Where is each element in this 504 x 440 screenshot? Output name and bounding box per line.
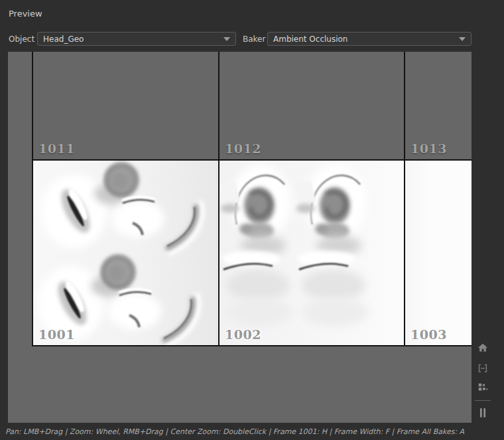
home-icon bbox=[477, 342, 489, 354]
status-text: Pan: LMB+Drag | Zoom: Wheel, RMB+Drag | … bbox=[5, 427, 464, 436]
tile-label: 1002 bbox=[225, 327, 261, 342]
udim-tile-1002[interactable]: 1002 bbox=[220, 161, 404, 345]
udim-viewport[interactable]: 1011 1012 1013 bbox=[8, 52, 472, 423]
sidebar-divider bbox=[475, 400, 491, 401]
object-dropdown[interactable]: Head_Geo bbox=[37, 32, 236, 46]
frame-region-icon[interactable] bbox=[475, 361, 490, 376]
udim-tile-1013[interactable]: 1013 bbox=[405, 52, 472, 159]
status-bar: Pan: LMB+Drag | Zoom: Wheel, RMB+Drag | … bbox=[0, 423, 504, 440]
baker-dropdown[interactable]: Ambient Occlusion bbox=[267, 32, 472, 46]
chevron-down-icon bbox=[459, 37, 466, 41]
tile-label: 1011 bbox=[38, 141, 75, 156]
tile-grid-icon[interactable] bbox=[475, 381, 490, 396]
tile-label: 1013 bbox=[410, 141, 447, 156]
baker-label: Baker bbox=[243, 32, 265, 46]
pause-icon[interactable] bbox=[475, 405, 490, 420]
baker-dropdown-value: Ambient Occlusion bbox=[273, 35, 347, 44]
grid-line-horizontal bbox=[32, 345, 472, 346]
udim-tile-1001[interactable]: 1001 bbox=[33, 161, 218, 345]
chevron-down-icon bbox=[223, 37, 230, 41]
page-title: Preview bbox=[9, 9, 42, 19]
ao-bake-image bbox=[33, 161, 218, 345]
udim-tile-1011[interactable]: 1011 bbox=[33, 52, 218, 159]
udim-tile-1003[interactable]: 1003 bbox=[405, 161, 472, 345]
home-icon[interactable] bbox=[475, 340, 490, 355]
object-label: Object bbox=[9, 32, 34, 46]
tile-label: 1012 bbox=[225, 141, 261, 156]
udim-tile-1012[interactable]: 1012 bbox=[220, 52, 404, 159]
tile-grid-icon bbox=[477, 382, 489, 394]
ao-bake-image bbox=[220, 161, 404, 345]
tile-label: 1003 bbox=[410, 327, 447, 342]
pause-icon bbox=[477, 407, 489, 419]
object-dropdown-value: Head_Geo bbox=[43, 35, 84, 44]
tile-label: 1001 bbox=[38, 327, 75, 342]
frame-region-icon bbox=[477, 362, 489, 374]
